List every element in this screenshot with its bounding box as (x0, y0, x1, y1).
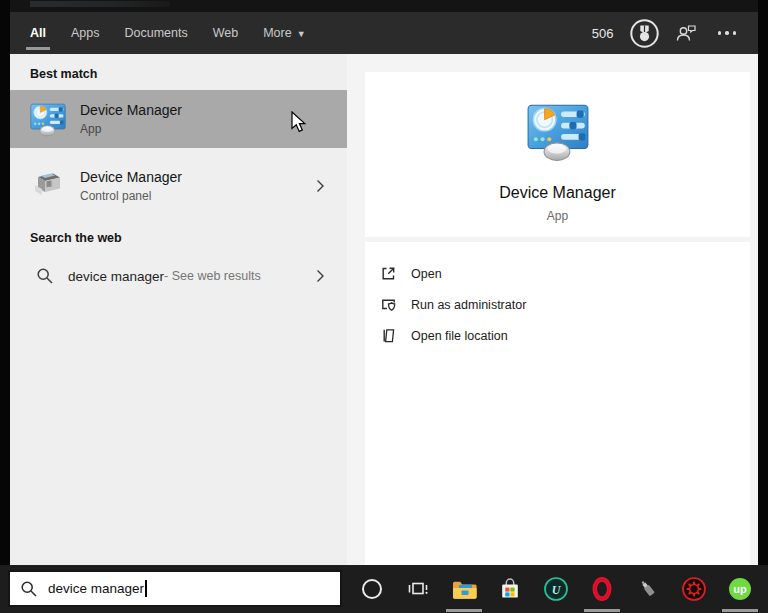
preview-panel: Device Manager App Open (347, 54, 758, 565)
svg-text:up: up (733, 583, 747, 595)
preview-card: Device Manager App Open (365, 72, 750, 565)
search-icon (32, 267, 58, 285)
driver-booster-gear-icon (681, 576, 707, 602)
app-title: Device Manager (499, 184, 616, 202)
control-panel-device-icon (28, 168, 68, 204)
app-type: App (547, 209, 568, 223)
result-web-search[interactable]: device manager - See web results (10, 255, 347, 297)
running-indicator (722, 609, 758, 612)
upwork-icon: up (727, 576, 753, 602)
opera-o-icon (589, 575, 615, 603)
screen: All Apps Documents Web More▼ 506 Best ma… (0, 0, 768, 613)
web-suffix: - See web results (164, 269, 261, 283)
svg-text:U: U (552, 583, 562, 597)
admin-shield-icon (378, 296, 398, 313)
taskbar-iobit-uninstaller[interactable]: U (536, 565, 576, 613)
taskbar-driver-booster[interactable] (674, 565, 714, 613)
feedback-person-icon[interactable] (675, 23, 697, 43)
taskbar-opera[interactable] (582, 565, 622, 613)
chevron-right-icon[interactable] (316, 269, 325, 283)
taskbar-file-explorer[interactable] (444, 565, 484, 613)
tab-apps[interactable]: Apps (71, 12, 100, 54)
search-filter-bar: All Apps Documents Web More▼ 506 (10, 12, 758, 54)
search-input-value: device manager (48, 581, 144, 596)
tab-more[interactable]: More▼ (263, 12, 305, 54)
chevron-down-icon: ▼ (297, 27, 306, 39)
microsoft-store-icon (498, 577, 522, 601)
action-label: Open file location (411, 329, 508, 343)
taskbar-task-view[interactable] (398, 565, 438, 613)
running-indicator (584, 609, 620, 612)
mouse-cursor (291, 111, 311, 134)
result-title: Device Manager (80, 102, 182, 120)
file-location-icon (378, 327, 398, 344)
file-explorer-icon (451, 578, 478, 601)
running-indicator (446, 609, 482, 612)
taskbar-upwork[interactable]: up (720, 565, 760, 613)
tab-documents[interactable]: Documents (124, 12, 187, 54)
action-label: Open (411, 267, 442, 281)
web-query: device manager (68, 269, 164, 284)
run-as-administrator-action[interactable]: Run as administrator (378, 289, 750, 320)
app-hero: Device Manager App (365, 72, 750, 237)
chevron-right-icon[interactable] (316, 179, 325, 193)
open-action[interactable]: Open (378, 258, 750, 289)
taskbar-cortana[interactable] (352, 565, 392, 613)
result-subtitle: Control panel (80, 189, 182, 203)
cropped-window-remnant (10, 0, 758, 12)
filter-tabs: All Apps Documents Web More▼ (30, 12, 306, 54)
device-manager-icon (525, 98, 591, 164)
result-title: Device Manager (80, 169, 182, 187)
text-caret (145, 580, 147, 597)
tab-all[interactable]: All (30, 12, 46, 54)
rewards-medal-icon[interactable] (629, 18, 660, 49)
search-box[interactable]: device manager (8, 570, 342, 607)
search-icon (20, 580, 38, 598)
result-subtitle: App (80, 122, 182, 136)
iobit-u-icon: U (543, 576, 569, 602)
topbar-actions: 506 (592, 12, 736, 54)
result-device-manager-control-panel[interactable]: Device Manager Control panel (10, 157, 347, 215)
best-match-header: Best match (10, 54, 347, 90)
device-manager-icon (28, 100, 68, 138)
taskbar-usb-device[interactable] (628, 565, 668, 613)
usb-cable-icon (635, 576, 661, 602)
taskbar-microsoft-store[interactable] (490, 565, 530, 613)
open-window-icon (378, 265, 398, 282)
ellipsis-icon[interactable] (718, 31, 737, 35)
task-view-icon (406, 577, 430, 601)
tab-web[interactable]: Web (213, 12, 238, 54)
rewards-points[interactable]: 506 (592, 26, 614, 41)
action-label: Run as administrator (411, 298, 526, 312)
action-list: Open Run as administrator (365, 242, 750, 351)
search-the-web-header: Search the web (10, 215, 347, 255)
open-file-location-action[interactable]: Open file location (378, 320, 750, 351)
cortana-circle-icon (360, 577, 384, 601)
